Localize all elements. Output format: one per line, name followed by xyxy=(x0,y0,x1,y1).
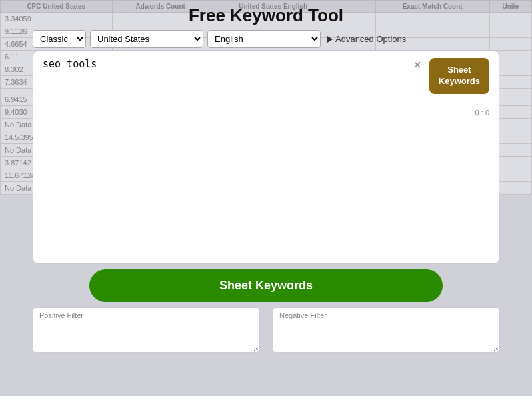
country-select[interactable]: United StatesCanadaUnited KingdomAustral… xyxy=(90,30,203,48)
language-select[interactable]: EnglishSpanishFrenchGerman xyxy=(207,30,321,48)
toolbar: Classic United StatesCanadaUnited Kingdo… xyxy=(33,30,499,48)
page-title: Free Keyword Tool xyxy=(189,5,343,26)
triangle-icon xyxy=(327,36,333,43)
filter-row: Positive Filter Negative Filter xyxy=(33,307,499,355)
advanced-options-button[interactable]: Advanced Options xyxy=(327,34,406,44)
mode-select[interactable]: Classic xyxy=(33,30,86,48)
advanced-options-label: Advanced Options xyxy=(335,34,406,44)
main-overlay: Free Keyword Tool Classic United StatesC… xyxy=(0,0,532,396)
input-card: seo tools × SheetKeywords 0 : 0 xyxy=(33,51,499,264)
clear-button[interactable]: × xyxy=(411,58,424,71)
negative-filter-label: Negative Filter xyxy=(279,311,327,319)
sheet-keywords-small-button[interactable]: SheetKeywords xyxy=(429,58,489,94)
negative-filter-box: Negative Filter xyxy=(273,307,499,355)
positive-filter-label: Positive Filter xyxy=(39,311,83,319)
input-row: seo tools × SheetKeywords xyxy=(43,58,489,106)
positive-filter-box: Positive Filter xyxy=(33,307,259,355)
char-count: 0 : 0 xyxy=(43,109,489,117)
sheet-keywords-button[interactable]: Sheet Keywords xyxy=(89,269,443,302)
keyword-input[interactable]: seo tools xyxy=(43,58,405,106)
